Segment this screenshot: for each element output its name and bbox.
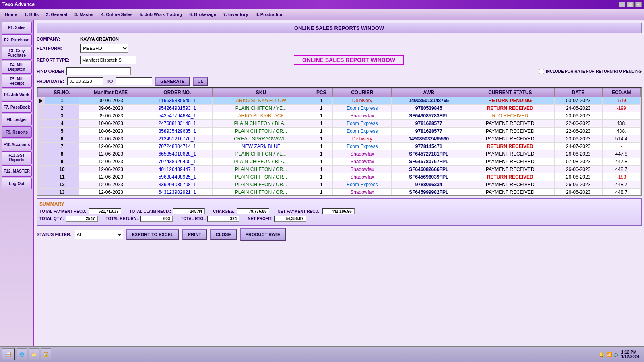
row-courier: Shadowfax — [333, 189, 392, 196]
menu-bills[interactable]: 1. Bills — [21, 11, 42, 18]
row-date: 26-06-2023 — [554, 181, 602, 189]
row-amt: - — [602, 143, 640, 150]
from-date-input[interactable] — [67, 77, 103, 85]
row-date: 24-06-2023 — [554, 105, 602, 112]
report-type-input[interactable] — [80, 56, 136, 64]
sidebar-item-f9-reports[interactable]: F9. Reports — [2, 126, 32, 138]
table-row[interactable]: 13 12-06-2023 643123902921_1 PLAIN CHIFF… — [38, 189, 641, 196]
table-row[interactable]: 3 09-06-2023 542547794634_1 ARKO SILKY/B… — [38, 112, 641, 120]
close-button[interactable]: CLOSE — [210, 229, 237, 240]
row-manifest-date: 09-06-2023 — [79, 97, 142, 105]
sidebar-item-f4-mill-dispatch[interactable]: F4. Mill Dispatch — [2, 61, 32, 74]
status-filter-label: STATUS FILTER: — [37, 232, 72, 237]
row-status: PAYMENT RECEIVED — [466, 128, 554, 135]
table-row[interactable]: 8 12-06-2023 665854010628_1 PLAIN CHIFFO… — [38, 150, 641, 158]
tray-icon-1: 🔔 — [599, 352, 605, 357]
generate-button[interactable]: GENERATE — [155, 77, 189, 86]
menu-production[interactable]: 8. Production — [252, 11, 287, 18]
total-claim-item: TOTAL CLAIM RECD.: 245.44 — [129, 208, 205, 214]
sidebar-item-f7-passbook[interactable]: F7. PassBook — [2, 101, 32, 113]
row-courier: Ecom Express — [333, 120, 392, 128]
menu-online-sales[interactable]: 4. Online Sales — [98, 11, 136, 18]
row-awb: 9778145471 — [392, 143, 466, 150]
summary-section: SUMMARY TOTAL PAYMENT RECD.: 521,718.37 … — [37, 198, 642, 226]
tray-icon-3: 🔊 — [614, 352, 620, 357]
row-date: 22-06-2023 — [554, 120, 602, 128]
menu-master[interactable]: 3. Master — [71, 11, 97, 18]
menu-inventory[interactable]: 7. Inventory — [220, 11, 252, 18]
sidebar-item-f8-ledger[interactable]: F8. Ledger — [2, 114, 32, 125]
table-row[interactable]: 7 12-06-2023 707248804714_1 NEW ZARI/ BL… — [38, 143, 641, 150]
table-row[interactable]: 6 12-06-2023 212451216776_1 CREAP SPRRAO… — [38, 135, 641, 143]
row-sku: PLAIN CHIFFON / YE... — [212, 150, 310, 158]
taskbar: 🪟 🌐 📁 🖼️ 🔔 📶 🔊 1:12 PM1/12/2024 — [0, 346, 644, 362]
total-claim-value: 245.44 — [173, 208, 205, 214]
sidebar-item-f2-purchase[interactable]: F2. Purchase — [2, 34, 32, 45]
total-claim-label: TOTAL CLAIM RECD.: — [129, 209, 171, 214]
table-row[interactable]: 10 12-06-2023 401126489447_1 PLAIN CHIFF… — [38, 166, 641, 173]
sidebar-item-f5-mill-receipt[interactable]: F5. Mill Receipt — [2, 75, 32, 88]
row-arrow — [38, 173, 45, 181]
menu-general[interactable]: 2. General — [43, 11, 70, 18]
maximize-btn[interactable]: □ — [627, 2, 634, 7]
row-status: PAYMENT RECEIVED — [466, 166, 554, 173]
status-filter-select[interactable]: ALL PAYMENT RECEIVED RETURN PENDING RETU… — [75, 230, 123, 239]
minimize-btn[interactable]: _ — [619, 2, 625, 7]
menu-job-work-trading[interactable]: 5. Job Work Trading — [136, 11, 185, 18]
find-order-input[interactable] — [66, 67, 131, 75]
cl-button[interactable]: CL — [193, 77, 208, 86]
table-row[interactable]: ▶ 1 09-06-2023 119635335540_1 ARKO SILKY… — [38, 97, 641, 105]
row-awb: SF645780767FPL — [392, 158, 466, 166]
row-pcs: 1 — [310, 158, 333, 166]
th-sku: SKU — [212, 88, 310, 97]
row-order-no: 707438926405_1 — [142, 158, 212, 166]
table-row[interactable]: 2 09-06-2023 954264981593_1 PLAIN CHIFFO… — [38, 105, 641, 112]
row-arrow — [38, 128, 45, 135]
row-order-no: 707248804714_1 — [142, 143, 212, 150]
table-row[interactable]: 12 12-06-2023 339294035708_1 PLAIN CHIFF… — [38, 181, 641, 189]
close-btn[interactable]: × — [635, 2, 642, 7]
table-row[interactable]: 5 10-06-2023 858935429635_1 PLAIN CHIFFO… — [38, 128, 641, 135]
row-status: RETURN PENDING — [466, 97, 554, 105]
sidebar-item-log-out[interactable]: Log Out — [2, 178, 32, 189]
taskbar-app-texo[interactable]: 🖼️ — [41, 348, 51, 360]
table-row[interactable]: 11 12-06-2023 596384498925_1 PLAIN CHIFF… — [38, 173, 641, 181]
row-pcs: 1 — [310, 173, 333, 181]
export-to-excel-button[interactable]: EXPORT TO EXCEL — [126, 229, 179, 240]
menu-brokerage[interactable]: 6. Brokerage — [186, 11, 219, 18]
data-table-container: SR.NO. Manifest DATE ORDER NO. SKU PCS C… — [37, 87, 642, 196]
sidebar-item-f10-accounts[interactable]: F10.Accounts — [2, 139, 32, 150]
sidebar-item-f6-job-work[interactable]: F6. Job Work — [2, 89, 32, 100]
platform-select[interactable]: MEESHO AMAZON FLIPKART — [80, 44, 128, 53]
row-date: 22-06-2023 — [554, 128, 602, 135]
menu-home[interactable]: Home — [2, 11, 21, 18]
row-pcs: 1 — [310, 143, 333, 150]
row-awb: SF645727181FPL — [392, 150, 466, 158]
product-rate-button[interactable]: PRODUCT RATE — [240, 228, 286, 241]
row-awb: 9781628577 — [392, 120, 466, 128]
title-bar: Texo Advance _ □ × — [0, 0, 644, 9]
table-row[interactable]: 4 10-06-2023 247688133140_1 PLAIN CHIFFO… — [38, 120, 641, 128]
total-rto-item: TOTAL RTO.: 324 — [181, 216, 239, 222]
net-profit-label: NET PROFIT: — [248, 216, 272, 221]
to-date-input[interactable] — [116, 77, 152, 85]
row-arrow — [38, 150, 45, 158]
include-pur-rate-checkbox[interactable] — [539, 69, 544, 74]
row-date: 26-06-2023 — [554, 173, 602, 181]
sidebar-item-f3-grey-purchase[interactable]: F3. Grey Purchase — [2, 47, 32, 60]
sidebar-item-f12-master[interactable]: F12. MASTER — [2, 165, 32, 177]
sidebar: F1. Sales F2. Purchase F3. Grey Purchase… — [0, 20, 34, 362]
taskbar-app-chrome[interactable]: 🌐 — [17, 348, 27, 360]
total-qty-label: TOTAL QTY.: — [39, 216, 64, 221]
print-button[interactable]: PRINT — [182, 229, 207, 240]
total-qty-value: 2547 — [66, 216, 98, 222]
row-sku: ARKO SILKY/BLACK — [212, 112, 310, 120]
sidebar-item-f11-gst-reports[interactable]: F11.GST Reports — [2, 151, 32, 164]
taskbar-app-explorer[interactable]: 📁 — [29, 348, 39, 360]
row-sku: PLAIN CHIFFON / BLA... — [212, 158, 310, 166]
table-row[interactable]: 9 12-06-2023 707438926405_1 PLAIN CHIFFO… — [38, 158, 641, 166]
start-button[interactable]: 🪟 — [2, 348, 15, 360]
row-status: PAYMENT RECEIVED — [466, 189, 554, 196]
sidebar-item-f1-sales[interactable]: F1. Sales — [2, 22, 32, 33]
summary-row-2: TOTAL QTY.: 2547 TOTAL RETURN.: 603 TOTA… — [39, 216, 639, 222]
